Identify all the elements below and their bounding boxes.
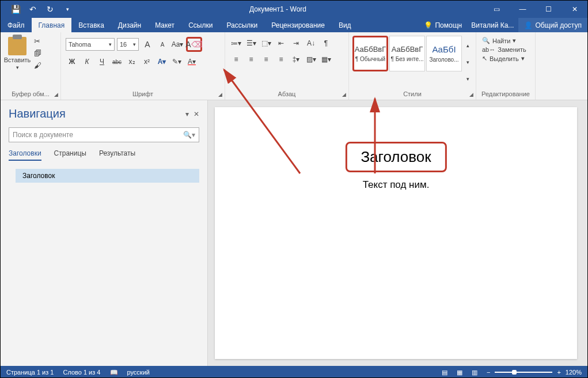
nav-tab-pages[interactable]: Страницы xyxy=(54,149,86,161)
find-button[interactable]: 🔍 Найти ▾ xyxy=(482,37,529,44)
line-spacing-button[interactable]: ‡▾ xyxy=(290,53,302,66)
shading-button[interactable]: ▨▾ xyxy=(305,53,317,66)
view-web-icon[interactable]: ▥ xyxy=(472,369,477,376)
group-editing: 🔍 Найти ▾ ab↔ Заменить ↖ Выделить ▾ Реда… xyxy=(476,32,536,100)
document-heading[interactable]: Заголовок xyxy=(345,142,446,172)
numbering-button[interactable]: ☰▾ xyxy=(245,37,257,50)
align-right-button[interactable]: ≡ xyxy=(260,53,272,66)
save-icon[interactable]: 💾 xyxy=(11,5,20,14)
strike-button[interactable]: abc xyxy=(111,55,123,68)
undo-icon[interactable]: ↶ xyxy=(28,5,37,14)
group-styles-label: Стили xyxy=(351,89,473,100)
copy-icon[interactable]: 🗐 xyxy=(34,49,41,58)
tab-file[interactable]: Файл xyxy=(1,18,32,32)
replace-button[interactable]: ab↔ Заменить xyxy=(482,46,529,53)
tab-design[interactable]: Дизайн xyxy=(111,18,148,32)
style-heading1[interactable]: АаБбІ Заголово... xyxy=(426,36,462,71)
clear-formatting-button[interactable]: A⌫ xyxy=(186,37,202,52)
font-name-combo[interactable]: Tahoma▾ xyxy=(66,38,115,51)
group-paragraph-label: Абзац xyxy=(227,89,346,100)
font-launcher-icon[interactable]: ◢ xyxy=(218,92,222,97)
borders-button[interactable]: ▦▾ xyxy=(320,53,332,66)
tab-view[interactable]: Вид xyxy=(332,18,358,32)
font-size-combo[interactable]: 16▾ xyxy=(117,38,139,51)
paragraph-launcher-icon[interactable]: ◢ xyxy=(342,92,346,97)
style-no-spacing[interactable]: АаБбВвГ ¶ Без инте... xyxy=(389,36,425,71)
bullets-button[interactable]: ≔▾ xyxy=(230,37,242,50)
change-case-button[interactable]: Aa▾ xyxy=(171,38,184,51)
subscript-button[interactable]: x₂ xyxy=(126,55,138,68)
ribbon-options-icon[interactable]: ▭ xyxy=(484,1,510,18)
tab-references[interactable]: Ссылки xyxy=(181,18,219,32)
user-name[interactable]: Виталий Ка... xyxy=(466,18,518,32)
italic-button[interactable]: К xyxy=(81,55,93,68)
minimize-icon[interactable]: — xyxy=(510,1,536,18)
group-styles: АаБбВвГ ¶ Обычный АаБбВвГ ¶ Без инте... … xyxy=(349,32,476,100)
select-button[interactable]: ↖ Выделить ▾ xyxy=(482,55,529,62)
share-button[interactable]: 👤 Общий доступ xyxy=(518,18,587,32)
proofing-icon[interactable]: 📖 xyxy=(110,369,118,376)
show-marks-button[interactable]: ¶ xyxy=(320,37,332,50)
decrease-indent-button[interactable]: ⇤ xyxy=(275,37,287,50)
document-body-text[interactable]: Текст под ним. xyxy=(261,179,531,191)
group-clipboard-label: Буфер обм... xyxy=(3,89,58,100)
tab-layout[interactable]: Макет xyxy=(148,18,181,32)
clipboard-icon xyxy=(8,37,26,55)
align-left-button[interactable]: ≡ xyxy=(230,53,242,66)
ribbon-tabs: Файл Главная Вставка Дизайн Макет Ссылки… xyxy=(1,18,587,32)
increase-indent-button[interactable]: ⇥ xyxy=(290,37,302,50)
zoom-in-icon[interactable]: + xyxy=(557,369,560,376)
close-icon[interactable]: ✕ xyxy=(562,1,587,18)
styles-scroll-down-icon[interactable]: ▾ xyxy=(464,59,471,65)
redo-icon[interactable]: ↻ xyxy=(45,5,55,14)
nav-heading-item[interactable]: Заголовок xyxy=(16,169,199,183)
style-heading1-label: Заголово... xyxy=(430,56,459,63)
underline-button[interactable]: Ч xyxy=(96,55,108,68)
status-language[interactable]: русский xyxy=(127,369,150,376)
format-painter-icon[interactable]: 🖌 xyxy=(34,61,41,70)
view-read-icon[interactable]: ▤ xyxy=(442,369,447,376)
status-page[interactable]: Страница 1 из 1 xyxy=(6,369,54,376)
page[interactable]: Заголовок Текст под ним. xyxy=(215,107,577,359)
qat-more-icon[interactable]: ▾ xyxy=(63,5,72,14)
highlight-button[interactable]: ✎▾ xyxy=(170,55,183,68)
document-area: Заголовок Текст под ним. xyxy=(208,100,587,366)
styles-expand-icon[interactable]: ▾ xyxy=(464,76,471,82)
tab-review[interactable]: Рецензирование xyxy=(264,18,332,32)
nav-dropdown-icon[interactable]: ▾ xyxy=(185,110,189,118)
styles-launcher-icon[interactable]: ◢ xyxy=(469,92,473,97)
sort-button[interactable]: A↓ xyxy=(305,37,317,50)
tell-me[interactable]: 💡 Помощн xyxy=(419,18,466,32)
zoom-slider[interactable] xyxy=(495,372,552,373)
justify-button[interactable]: ≡ xyxy=(275,53,287,66)
eraser-icon: A⌫ xyxy=(185,40,202,49)
clipboard-launcher-icon[interactable]: ◢ xyxy=(54,92,58,97)
bold-button[interactable]: Ж xyxy=(66,55,78,68)
tab-home[interactable]: Главная xyxy=(32,18,72,32)
zoom-level[interactable]: 120% xyxy=(566,369,582,376)
superscript-button[interactable]: x² xyxy=(141,55,153,68)
font-color-button[interactable]: A▾ xyxy=(185,55,198,68)
text-effects-button[interactable]: A▾ xyxy=(155,55,168,68)
nav-tab-results[interactable]: Результаты xyxy=(99,149,135,161)
style-normal[interactable]: АаБбВвГ ¶ Обычный xyxy=(352,36,388,71)
maximize-icon[interactable]: ☐ xyxy=(536,1,562,18)
cut-icon[interactable]: ✂ xyxy=(34,37,41,46)
align-center-button[interactable]: ≡ xyxy=(245,53,257,66)
group-editing-label: Редактирование xyxy=(479,89,533,100)
nav-search-input[interactable]: Поиск в документе 🔍▾ xyxy=(9,127,199,142)
tab-insert[interactable]: Вставка xyxy=(71,18,111,32)
view-print-icon[interactable]: ▦ xyxy=(457,369,462,376)
grow-font-button[interactable]: A xyxy=(141,38,154,51)
group-font-label: Шрифт xyxy=(63,89,222,100)
nav-tab-headings[interactable]: Заголовки xyxy=(9,149,41,161)
paste-button[interactable]: Вставить ▾ xyxy=(3,35,32,89)
style-no-spacing-label: ¶ Без инте... xyxy=(391,56,424,62)
tab-mailings[interactable]: Рассылки xyxy=(219,18,264,32)
status-words[interactable]: Слово 1 из 4 xyxy=(63,369,100,376)
nav-close-icon[interactable]: ✕ xyxy=(194,110,199,118)
zoom-out-icon[interactable]: − xyxy=(487,369,490,376)
styles-scroll-up-icon[interactable]: ▴ xyxy=(464,43,471,48)
shrink-font-button[interactable]: A xyxy=(156,38,169,51)
multilevel-button[interactable]: ⬚▾ xyxy=(260,37,272,50)
